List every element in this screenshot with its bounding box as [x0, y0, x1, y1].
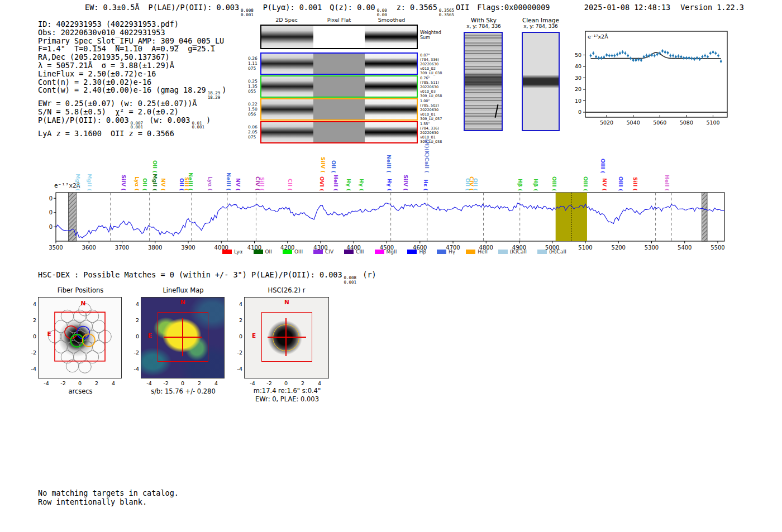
legend-item: (K)CaII — [498, 249, 527, 255]
withsky-coords: x, y: 784, 336 — [461, 23, 506, 29]
fiber-row-weights: 0.261.11075 — [248, 56, 259, 71]
cutout-xtick: 0 — [279, 380, 293, 386]
cutout-xtick: -4 — [142, 380, 156, 386]
clean-coords: x, y: 784, 336 — [519, 23, 562, 29]
withsky-title: With Sky — [461, 17, 506, 23]
svg-text:5300: 5300 — [645, 245, 659, 251]
hsc-dex-match-line: HSC-DEX : Possible Matches = 0 (within +… — [38, 270, 376, 284]
emission-line-label: NV ( — [235, 178, 241, 191]
info-text: LyA z = 3.1600 OII z = 0.3566 — [38, 129, 174, 138]
svg-text:30: 30 — [575, 75, 581, 81]
cutout-ytick: 0 — [231, 333, 242, 339]
emission-line-label: OIII ( — [551, 176, 557, 191]
hscdex-hilo: 0.0080.001 — [344, 276, 357, 284]
legend-swatch — [437, 250, 446, 254]
svg-text:50: 50 — [575, 52, 581, 58]
emission-line-label: SiII ( — [259, 177, 265, 191]
info-line: LyA z = 3.1600 OII z = 0.3566 — [38, 130, 226, 138]
svg-text:5100: 5100 — [578, 245, 592, 251]
fiber-2d-image — [261, 54, 313, 74]
legend-label: HeII — [478, 249, 488, 255]
clean-cutout: Clean Image x, y: 784, 336 — [519, 17, 562, 29]
legend-item: OIII — [283, 249, 303, 255]
spec2d-weighted-2d-image — [261, 26, 313, 48]
svg-text:40: 40 — [49, 209, 53, 215]
info-text: λ = 5057.21Å σ = 3.88(±1.29)Å — [38, 61, 174, 70]
cutout-ytick: 0 — [25, 333, 36, 339]
info-line: RA,Dec (205.201935,50.137367) — [38, 53, 226, 61]
fiber-positions-xlabel: arcsecs — [38, 387, 123, 395]
spec2d-fiber-row — [260, 75, 418, 98]
svg-text:5060: 5060 — [653, 119, 666, 126]
svg-text:10: 10 — [575, 98, 581, 104]
cutout-xtick: 0 — [176, 380, 189, 386]
report-timestamp: 2025-01-08 12:48:13 — [584, 3, 670, 12]
svg-text:5040: 5040 — [627, 119, 640, 126]
fiber-positions-plot: NE — [38, 297, 122, 378]
emission-line-label: Lyα ( — [134, 176, 140, 191]
cutout-ytick: 2 — [231, 317, 242, 323]
info-text: ID: 4022931953 (4022931953.pdf) — [38, 20, 179, 28]
legend-item: OII — [254, 249, 272, 255]
legend-label: Hγ — [449, 249, 455, 255]
svg-text:5400: 5400 — [678, 245, 692, 251]
lineflux-compass-n: N — [180, 299, 185, 305]
emission-line-label: MgII ( — [75, 174, 81, 191]
info-text: Primary Spec_Slot_IFU_AMP: 309_046_005_L… — [38, 36, 224, 45]
info-line: ID: 4022931953 (4022931953.pdf) — [38, 20, 226, 28]
fiber-row-weights: 0.251.35055 — [248, 79, 259, 94]
cutout-ytick: 0 — [128, 333, 139, 339]
legend-swatch — [344, 250, 354, 254]
spec2d-panel: 2D Spec Pixel Flat Smoothed WeightedSum … — [249, 17, 452, 151]
legend-swatch — [254, 250, 263, 254]
spec2d-weighted-sum-label: WeightedSum — [420, 30, 452, 40]
info-line: Primary Spec_Slot_IFU_AMP: 309_046_005_L… — [38, 37, 226, 45]
cutout-xtick: 2 — [193, 380, 206, 386]
spec2d-fiber-row — [260, 52, 418, 75]
info-hilo: 0.0070.001 — [131, 121, 144, 130]
emission-line-label: Hε ( — [423, 179, 429, 191]
hsc-ewr-plae-caption: EWr: 0, PLAE: 0.003 — [240, 395, 334, 403]
legend-item: Lyα — [222, 249, 242, 255]
cutout-xtick: 2 — [90, 380, 103, 386]
emission-line-label: HeII ( — [664, 175, 670, 191]
target-info-block: ID: 4022931953 (4022931953.pdf)Obs: 2022… — [38, 20, 226, 138]
fiber-2d-image — [261, 122, 313, 142]
fiber-row-weights: 0.062.05075 — [248, 124, 259, 140]
info-text: P(LAE)/P(OII): 0.003 — [38, 116, 129, 124]
info-line: S/N = 5.8(±0.5) χ² = 2.0(±0.2) — [38, 108, 226, 116]
lineflux-crosshair-h — [164, 337, 202, 338]
spec2d-fiber-row — [260, 121, 418, 143]
info-line: P(LAE)/P(OII): 0.0030.0070.001 (w: 0.003… — [38, 116, 226, 130]
legend-label: (K)CaII — [510, 249, 527, 255]
emission-line-label: SiIV ( — [121, 175, 127, 191]
cutout-ytick: -2 — [128, 349, 139, 356]
hsc-compass-n: N — [284, 299, 289, 305]
fiber-positions-svg: NE — [39, 298, 121, 378]
legend-label: MgII — [387, 249, 397, 255]
legend-swatch — [466, 250, 475, 254]
info-text: F=1.4" T=0.154 N=1.10 A=0.92 g=25.1 — [38, 44, 215, 53]
emission-line-label: Hβ ( — [533, 179, 539, 191]
info-line: Cont(n) = 2.30(±0.02)e-16 — [38, 78, 226, 87]
emission-line-label: OII ( — [142, 178, 148, 191]
emission-line-label: CII ( — [287, 179, 293, 191]
legend-label: CIV — [325, 249, 333, 255]
cutout-xtick: 4 — [107, 380, 120, 386]
legend-swatch — [498, 250, 508, 254]
cutout-ytick: -2 — [231, 349, 242, 356]
svg-text:3900: 3900 — [181, 245, 195, 251]
header-hilo: 0.35650.3565 — [439, 8, 454, 17]
emission-line-label: Hγ ( — [359, 179, 365, 191]
fiber-pixelflat-image — [313, 76, 365, 97]
cutout-xtick: -2 — [159, 380, 173, 386]
emission-line-label: OVI ( — [319, 176, 325, 191]
header-text: P(Lyα): 0.001 — [263, 3, 322, 12]
fiber-pixelflat-image — [313, 54, 365, 74]
info-hilo: 18.2918.29 — [208, 91, 221, 99]
cutout-xtick: 4 — [313, 380, 326, 386]
header-text: z: 0.3565 — [397, 3, 437, 12]
emission-line-label: NV ( — [602, 178, 608, 191]
svg-text:5020: 5020 — [600, 119, 613, 126]
withsky-image-frame — [464, 32, 503, 131]
